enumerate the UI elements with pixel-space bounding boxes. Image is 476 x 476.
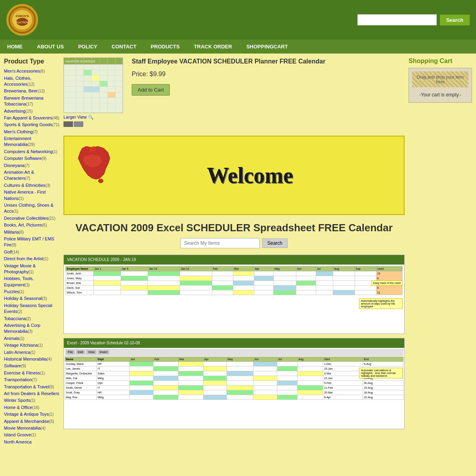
sidebar-link-north-america[interactable]: North America	[4, 440, 32, 444]
sidebar-link[interactable]: Breweriana, Beer(12)	[4, 88, 45, 93]
sidebar-link[interactable]: Holiday Seasons Special Events(2)	[4, 303, 52, 314]
sidebar-link[interactable]: Vintage Movie & Photography(1)	[4, 263, 36, 274]
list-item: Cultures & Ethnicities(3)	[4, 182, 60, 188]
vacation-title: VACATION 2009 Excel SCHEDULER Spreadshee…	[63, 221, 405, 235]
sidebar-link[interactable]: Apparel & Merchandise(5)	[4, 419, 54, 424]
sidebar-link[interactable]: Advertising(15)	[4, 109, 33, 113]
sidebar-link[interactable]: Latin America(1)	[4, 350, 35, 355]
sidebar-link[interactable]: Hats, Clothes, Accessories(12)	[4, 76, 35, 86]
search-items-button[interactable]: Search	[262, 238, 288, 248]
sidebar-link[interactable]: Cultures & Ethnicities(3)	[4, 183, 50, 188]
sidebar-link[interactable]: Direct from the Artist(1)	[4, 256, 48, 261]
logo-area: CHICO'S AUCTION	[6, 4, 38, 36]
nav-track[interactable]: TRACK ORDER	[187, 40, 239, 54]
sidebar-link[interactable]: Animation Art & Characters(7)	[4, 170, 34, 180]
sidebar-link[interactable]: Puzzles(1)	[4, 289, 24, 294]
search-bar-area: Search	[63, 238, 405, 248]
sidebar-link[interactable]: Home & Office(16)	[4, 405, 39, 410]
preview-image-2: Excel - 2009 Vacation Schedule 02-10-08 …	[63, 338, 405, 429]
center-content: VACATION SCHEDULE	[60, 58, 409, 446]
nav-home[interactable]: HOME	[0, 40, 30, 54]
svg-rect-26	[107, 92, 115, 98]
sidebar-link[interactable]: Entertainment Memorabilia(29)	[4, 136, 35, 147]
sidebar-link[interactable]: Exercise & Fitness(1)	[4, 370, 45, 375]
list-item: Entertainment Memorabilia(29)	[4, 136, 60, 148]
cart-title: Shopping Cart	[409, 58, 472, 65]
sidebar-link[interactable]: Historical Memorabilia(4)	[4, 357, 52, 361]
header-search-input[interactable]	[357, 14, 437, 25]
sidebar-link[interactable]: Decorative Collectibles(21)	[4, 216, 56, 221]
sidebar-link[interactable]: Software(9)	[4, 363, 26, 368]
preview-images: VACATION SCHEDULE 2009 - JAN 19 Employee…	[63, 255, 405, 429]
sidebar-link[interactable]: Holiday & Seasonal(3)	[4, 296, 47, 301]
sidebar-link[interactable]: Computers & Networking(1)	[4, 149, 58, 154]
spreadsheet-preview-2: Excel - 2009 Vacation Schedule 02-10-08 …	[64, 338, 404, 429]
sidebar-link[interactable]: Vintage & Antique Toys(1)	[4, 412, 54, 416]
list-item: Tobacciana(2)	[4, 316, 60, 322]
price-label: Price:	[132, 71, 148, 77]
nav-policy[interactable]: POLICY	[71, 40, 104, 54]
sidebar-link[interactable]: Disneyana(7)	[4, 163, 29, 168]
header-search-area: Search	[357, 14, 470, 25]
list-item: North America	[4, 439, 60, 445]
sidebar-link[interactable]: Books, Art, Pictures(6)	[4, 223, 47, 227]
nav-cart[interactable]: SHOPPINGCART	[239, 40, 295, 54]
nav-products[interactable]: PRODUCTS	[144, 40, 187, 54]
list-item: Holiday Seasons Special Events(2)	[4, 303, 60, 315]
sidebar-link[interactable]: Native America - First Nations(1)	[4, 190, 46, 200]
right-sidebar: Shopping Cart Drag and drop your item he…	[409, 58, 472, 446]
sidebar-link[interactable]: Computer Software(9)	[4, 156, 46, 161]
list-item: Historical Memorabilia(4)	[4, 356, 60, 362]
svg-rect-23	[92, 75, 100, 81]
sidebar-link[interactable]: Men's Clothing(7)	[4, 129, 38, 134]
sidebar-link[interactable]: Art from Dealers & Resellers	[4, 391, 59, 396]
sidebar-link[interactable]: Militaria(6)	[4, 230, 24, 234]
sidebar-link[interactable]: Winter Sports(1)	[4, 398, 35, 403]
header-search-button[interactable]: Search	[440, 15, 470, 25]
list-item: Computer Software(9)	[4, 155, 60, 161]
nav-about[interactable]: ABOUT US	[30, 40, 71, 54]
sidebar-link[interactable]: Barware Breweriana Tobacciana(17)	[4, 96, 44, 106]
sidebar-link[interactable]: Men's Accessories(6)	[4, 69, 45, 73]
list-item: Advertising & Corp Memorabilia(3)	[4, 322, 60, 335]
toolbar-row: File Edit View Insert	[65, 349, 403, 356]
svg-rect-27	[63, 121, 73, 127]
sidebar-link[interactable]: Police Military EMT / EMS Fire(9)	[4, 236, 54, 247]
sidebar-link[interactable]: Animals(1)	[4, 336, 24, 341]
sidebar-link[interactable]: Movie Memorabilia(4)	[4, 426, 46, 430]
list-item: Native America - First Nations(1)	[4, 189, 60, 202]
sidebar-link[interactable]: Island Groove(1)	[4, 432, 36, 437]
svg-rect-28	[74, 121, 83, 127]
logo: CHICO'S AUCTION	[6, 4, 38, 36]
header: CHICO'S AUCTION Search	[0, 0, 476, 40]
sidebar-link[interactable]: Advertising & Corp Memorabilia(3)	[4, 323, 40, 334]
add-to-cart-button[interactable]: Add to Cart	[132, 84, 170, 96]
list-item: Barware Breweriana Tobacciana(17)	[4, 95, 60, 107]
sidebar-link[interactable]: Unisex Clothing, Shoes & Accs(1)	[4, 203, 54, 213]
sidebar-link[interactable]: Transportation & Travel(9)	[4, 384, 54, 389]
preview-image-1: VACATION SCHEDULE 2009 - JAN 19 Employee…	[63, 255, 405, 334]
sidebar-link[interactable]: Hobbies, Tools, Equipment(3)	[4, 276, 34, 287]
list-item: Hobbies, Tools, Equipment(3)	[4, 276, 60, 288]
sidebar-link[interactable]: Fan Apparel & Souvenirs(48)	[4, 115, 59, 120]
search-items-input[interactable]	[180, 238, 260, 248]
ss-header-1: VACATION SCHEDULE 2009 - JAN 19	[64, 255, 404, 265]
product-price: Price: $9.99	[132, 71, 405, 78]
spreadsheet-preview-1: VACATION SCHEDULE 2009 - JAN 19 Employee…	[64, 255, 404, 334]
welcome-banner: Welcome	[63, 136, 405, 215]
welcome-heading: Welcome	[207, 163, 293, 188]
sidebar-link[interactable]: Tobacciana(2)	[4, 316, 31, 321]
sidebar-link-sports[interactable]: Sports & Sporting Goods(71)	[4, 122, 59, 127]
list-item: Animals(1)	[4, 336, 60, 342]
list-item: Vintage Kitchiana(1)	[4, 342, 60, 348]
sidebar-link[interactable]: Transportation(7)	[4, 377, 37, 382]
list-item: Apparel & Merchandise(5)	[4, 418, 60, 424]
product-info: Staff Employee VACATION SCHEDULER Planne…	[132, 58, 405, 128]
list-item: Movie Memorabilia(4)	[4, 425, 60, 431]
list-item: Sports & Sporting Goods(71)	[4, 122, 60, 128]
sidebar-link[interactable]: Golf(14)	[4, 250, 19, 254]
list-item: Software(9)	[4, 363, 60, 369]
sidebar-link[interactable]: Vintage Kitchiana(1)	[4, 343, 43, 347]
nav-contact[interactable]: CONTACT	[104, 40, 144, 54]
larger-view-link[interactable]: Larger View 🔍	[63, 115, 127, 120]
